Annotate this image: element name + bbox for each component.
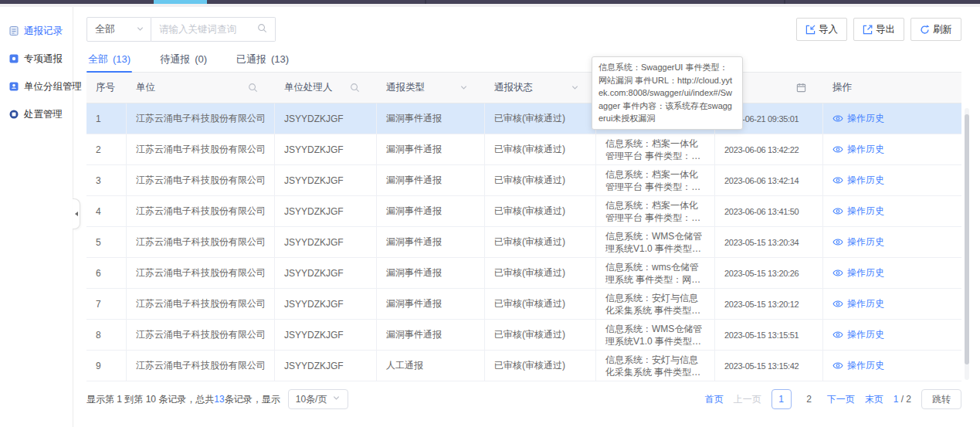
eye-icon <box>832 330 843 340</box>
table-row[interactable]: 3江苏云涌电子科技股份有限公司JSYYDZKJGF漏洞事件通报已审核(审核通过)… <box>86 165 961 196</box>
operation-history-link[interactable]: 操作历史 <box>832 297 884 310</box>
table-row[interactable]: 6江苏云涌电子科技股份有限公司JSYYDZKJGF漏洞事件通报已审核(审核通过)… <box>86 258 961 289</box>
records-summary: 显示第 1 到第 10 条记录，总共13条记录，显示 10条/页 <box>86 389 348 409</box>
type-cell: 漏洞事件通报 <box>377 103 485 134</box>
browser-active-tab-indicator <box>154 0 207 4</box>
export-button[interactable]: 导出 <box>853 18 904 41</box>
status-cell: 已审核(审核通过) <box>485 134 596 164</box>
column-header-status: 通报状态 <box>485 73 596 103</box>
handler-cell: JSYYDZKJGF <box>275 103 377 134</box>
type-cell: 人工通报 <box>377 351 485 381</box>
table-scrollbar[interactable] <box>965 108 969 380</box>
sidebar-item-disposal-management[interactable]: 处置管理 <box>0 100 73 128</box>
sidebar-item-unit-group-management[interactable]: 单位分组管理 <box>0 73 73 100</box>
table-row[interactable]: 2江苏云涌电子科技股份有限公司JSYYDZKJGF漏洞事件通报已审核(审核通过)… <box>86 134 961 165</box>
operation-history-link[interactable]: 操作历史 <box>832 266 884 280</box>
row-index: 6 <box>86 258 127 288</box>
operation-history-link[interactable]: 操作历史 <box>832 143 884 156</box>
export-icon <box>863 25 873 35</box>
time-cell: 2023-05-15 13:20:12 <box>715 289 823 319</box>
content-cell: 信息系统：安灯与信息化采集系统 事件类型：网站漏洞 事件URL：h... <box>596 351 715 381</box>
table-row[interactable]: 7江苏云涌电子科技股份有限公司JSYYDZKJGF漏洞事件通报已审核(审核通过)… <box>86 289 961 320</box>
doc-icon <box>8 25 19 36</box>
type-cell: 漏洞事件通报 <box>377 134 485 164</box>
operation-history-label: 操作历史 <box>847 266 884 280</box>
table-row[interactable]: 1江苏云涌电子科技股份有限公司JSYYDZKJGF漏洞事件通报已审核(审核通过)… <box>86 103 961 134</box>
action-cell: 操作历史 <box>823 134 961 164</box>
status-cell: 已审核(审核通过) <box>485 196 596 226</box>
page-last[interactable]: 末页 <box>865 393 883 406</box>
operation-history-link[interactable]: 操作历史 <box>832 174 884 187</box>
type-cell: 漏洞事件通报 <box>377 196 485 226</box>
action-cell: 操作历史 <box>823 289 961 319</box>
sidebar-item-special-notification[interactable]: 专项通报 <box>0 45 73 73</box>
operation-history-link[interactable]: 操作历史 <box>832 112 884 125</box>
action-cell: 操作历史 <box>823 165 961 195</box>
column-label: 单位 <box>136 81 155 94</box>
content-text: 信息系统：wms仓储管理系统 事件类型：网站漏洞 事件URL：http://..… <box>605 261 705 286</box>
operation-history-link[interactable]: 操作历史 <box>832 205 884 218</box>
tab-all[interactable]: 全部(13) <box>86 46 132 72</box>
eye-icon <box>832 237 843 247</box>
scrollbar-thumb[interactable] <box>965 114 969 364</box>
page-first[interactable]: 首页 <box>705 393 724 406</box>
action-cell: 操作历史 <box>823 227 961 257</box>
search-icon[interactable] <box>257 22 267 36</box>
row-index: 5 <box>86 227 127 257</box>
action-cell: 操作历史 <box>823 103 961 134</box>
tab-pending[interactable]: 待通报(0) <box>158 46 209 72</box>
category-select-value: 全部 <box>95 22 115 36</box>
row-index: 7 <box>86 289 127 319</box>
type-cell: 漏洞事件通报 <box>377 258 485 288</box>
handler-cell: JSYYDZKJGF <box>275 289 377 319</box>
chevron-down-icon <box>332 394 341 405</box>
table-row[interactable]: 8江苏云涌电子科技股份有限公司JSYYDZKJGF漏洞事件通报已审核(审核通过)… <box>86 320 961 351</box>
sidebar-collapse-handle[interactable] <box>73 198 80 229</box>
sidebar-item-notification-records[interactable]: 通报记录 <box>0 17 73 45</box>
operation-history-label: 操作历史 <box>847 297 884 310</box>
status-cell: 已审核(审核通过) <box>485 320 596 350</box>
page-1[interactable]: 1 <box>771 389 792 409</box>
handler-cell: JSYYDZKJGF <box>275 165 377 195</box>
page-jump[interactable]: 跳转 <box>921 389 961 409</box>
operation-history-link[interactable]: 操作历史 <box>832 236 884 249</box>
table-row[interactable]: 5江苏云涌电子科技股份有限公司JSYYDZKJGF漏洞事件通报已审核(审核通过)… <box>86 227 961 258</box>
content-tooltip: 信息系统：SwaggerUI 事件类型：网站漏洞 事件URL：http://cl… <box>592 56 743 130</box>
sidebar: 通报记录专项通报单位分组管理处置管理 <box>0 7 73 427</box>
table-row[interactable]: 4江苏云涌电子科技股份有限公司JSYYDZKJGF漏洞事件通报已审核(审核通过)… <box>86 196 961 227</box>
chevron-icon[interactable] <box>571 83 579 92</box>
time-cell: 2023-05-15 13:15:42 <box>715 351 823 381</box>
collapse-arrow-left-icon <box>73 212 78 216</box>
import-button[interactable]: 导入 <box>796 18 847 41</box>
action-cell: 操作历史 <box>823 258 961 288</box>
calendar-icon[interactable] <box>796 83 806 93</box>
refresh-button[interactable]: 刷新 <box>910 18 961 41</box>
operation-history-link[interactable]: 操作历史 <box>832 359 884 372</box>
sidebar-item-label: 处置管理 <box>24 108 63 121</box>
row-index: 3 <box>86 165 127 195</box>
eye-icon <box>832 175 843 185</box>
search-icon[interactable] <box>350 83 360 93</box>
search-icon[interactable] <box>248 83 258 93</box>
table-row[interactable]: 9江苏云涌电子科技股份有限公司JSYYDZKJGF人工通报已审核(审核通过)信息… <box>86 351 961 381</box>
category-select[interactable]: 全部 <box>86 17 151 42</box>
keyword-search-box[interactable] <box>151 17 276 42</box>
operation-history-label: 操作历史 <box>847 174 884 187</box>
chevron-icon[interactable] <box>459 83 468 92</box>
content-cell: 信息系统：WMS仓储管理系统V1.0 事件类型：网站漏洞 事件URL：h... <box>596 320 715 350</box>
column-label: 单位处理人 <box>284 81 333 94</box>
type-cell: 漏洞事件通报 <box>377 165 485 195</box>
search-input[interactable] <box>159 24 257 35</box>
page-2[interactable]: 2 <box>802 394 817 405</box>
operation-history-label: 操作历史 <box>847 236 884 249</box>
column-header-type: 通报类型 <box>377 73 485 103</box>
page-next[interactable]: 下一页 <box>827 393 855 406</box>
page-size-select[interactable]: 10条/页 <box>288 389 349 409</box>
operation-history-link[interactable]: 操作历史 <box>832 328 884 341</box>
handler-cell: JSYYDZKJGF <box>275 196 377 226</box>
content-cell: 信息系统：WMS仓储管理系统V1.0 事件类型：网站漏洞 事件URL：h... <box>596 227 715 257</box>
tab-notified[interactable]: 已通报(13) <box>235 46 290 72</box>
content-text: 信息系统：WMS仓储管理系统V1.0 事件类型：网站漏洞 事件URL：h... <box>605 230 705 255</box>
status-cell: 已审核(审核通过) <box>485 289 596 319</box>
column-label: 通报状态 <box>494 81 533 94</box>
